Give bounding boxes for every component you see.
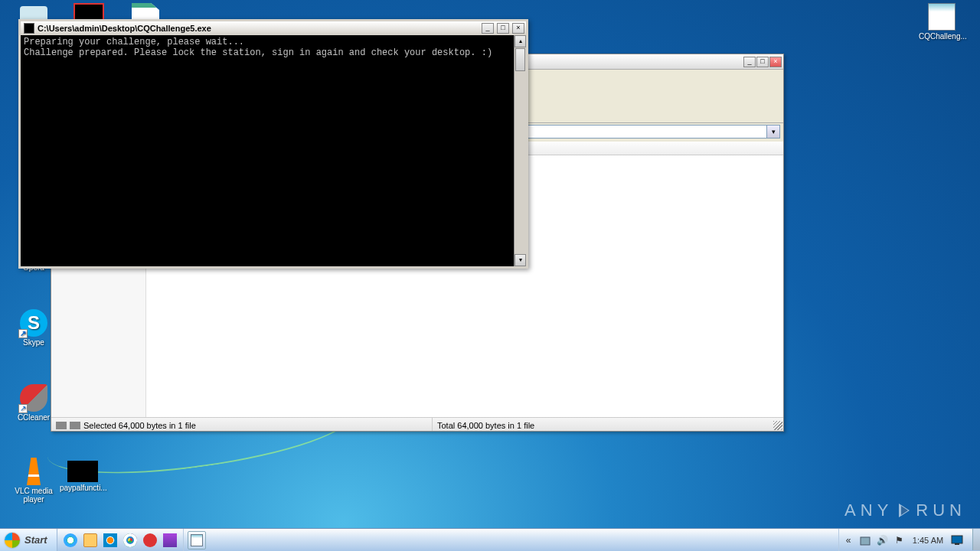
desktop-icon-skype[interactable]: ↗ Skype (11, 309, 57, 347)
svg-rect-2 (955, 543, 959, 545)
ie-icon (64, 533, 77, 547)
maximize-button[interactable]: □ (497, 23, 509, 34)
scrollbar[interactable]: ▴ ▾ (514, 35, 526, 266)
quicklaunch-winrar[interactable] (161, 531, 179, 549)
taskbar: Start « 🔊 ⚑ 1:45 AM (0, 528, 980, 551)
status-total-text: Total 64,000 bytes in 1 file (437, 421, 534, 430)
quicklaunch-ie[interactable] (61, 531, 80, 549)
desktop-icon-ccleaner[interactable]: ↗ CCleaner (11, 384, 57, 422)
system-tray: « 🔊 ⚑ 1:45 AM (838, 529, 969, 551)
folder-icon (83, 533, 97, 547)
app-window-icon (191, 534, 203, 546)
tray-flag-icon[interactable]: ⚑ (893, 534, 905, 546)
start-button[interactable]: Start (0, 529, 57, 551)
status-icon (56, 422, 67, 429)
console-icon (24, 23, 34, 34)
quicklaunch-opera[interactable] (141, 531, 159, 549)
maximize-button[interactable]: □ (756, 57, 769, 67)
console-window[interactable]: C:\Users\admin\Desktop\CQChallenge5.exe … (18, 19, 528, 269)
desktop-icon-paypalfuncti[interactable]: paypalfuncti... (60, 458, 106, 492)
task-cqchallenge[interactable] (188, 531, 206, 549)
show-desktop-button[interactable] (972, 529, 980, 550)
winrar-icon (163, 533, 177, 547)
opera-icon (143, 533, 157, 547)
resize-grip[interactable] (773, 421, 782, 430)
icon-label: CQChalleng... (919, 32, 965, 41)
console-icon (67, 461, 98, 482)
status-icon (70, 422, 80, 429)
quicklaunch-explorer[interactable] (81, 531, 100, 549)
start-label: Start (24, 534, 47, 546)
watermark-text: ANY (844, 502, 893, 519)
skype-icon: ↗ (20, 309, 47, 337)
scroll-up-button[interactable]: ▴ (514, 35, 526, 47)
close-button[interactable]: × (512, 23, 524, 34)
svg-rect-0 (861, 537, 870, 545)
ccleaner-icon: ↗ (20, 384, 47, 412)
vlc-icon (20, 458, 47, 485)
app-window-icon (928, 3, 956, 31)
media-player-icon (103, 533, 117, 547)
close-button[interactable]: × (769, 57, 782, 67)
icon-label: VLC media player (11, 487, 57, 504)
status-bar: Selected 64,000 bytes in 1 file Total 64… (51, 417, 783, 431)
chrome-icon (123, 533, 137, 547)
tray-expand-button[interactable]: « (842, 534, 854, 546)
task-buttons (184, 529, 838, 551)
icon-label: paypalfuncti... (60, 484, 106, 492)
anyrun-watermark: ANY RUN (844, 502, 966, 519)
tray-security-icon[interactable] (859, 534, 871, 546)
icon-label: Skype (11, 338, 57, 347)
quicklaunch-media-player[interactable] (101, 531, 119, 549)
desktop-icon-vlc[interactable]: VLC media player (11, 458, 57, 504)
shortcut-arrow-icon: ↗ (18, 329, 28, 338)
minimize-button[interactable]: _ (743, 57, 756, 67)
svg-rect-1 (952, 536, 962, 543)
scroll-down-button[interactable]: ▾ (514, 254, 526, 266)
quicklaunch-chrome[interactable] (121, 531, 139, 549)
quick-launch (57, 529, 184, 551)
scroll-thumb[interactable] (515, 48, 525, 71)
status-selected-text: Selected 64,000 bytes in 1 file (83, 421, 196, 430)
console-output: Preparing your challenge, please wait...… (21, 35, 514, 266)
tray-monitor-icon[interactable] (951, 534, 963, 546)
titlebar[interactable]: C:\Users\admin\Desktop\CQChallenge5.exe … (21, 21, 526, 35)
icon-label: CCleaner (11, 413, 57, 422)
desktop-icon-cqchallenge[interactable]: CQChalleng... (919, 3, 965, 41)
play-icon (899, 504, 910, 517)
windows-logo-icon (5, 533, 20, 548)
shortcut-arrow-icon: ↗ (18, 404, 28, 413)
window-title: C:\Users\admin\Desktop\CQChallenge5.exe (38, 24, 479, 33)
watermark-text: RUN (916, 502, 966, 519)
tray-clock[interactable]: 1:45 AM (910, 536, 946, 545)
minimize-button[interactable]: _ (482, 23, 494, 34)
tray-volume-icon[interactable]: 🔊 (876, 534, 888, 546)
